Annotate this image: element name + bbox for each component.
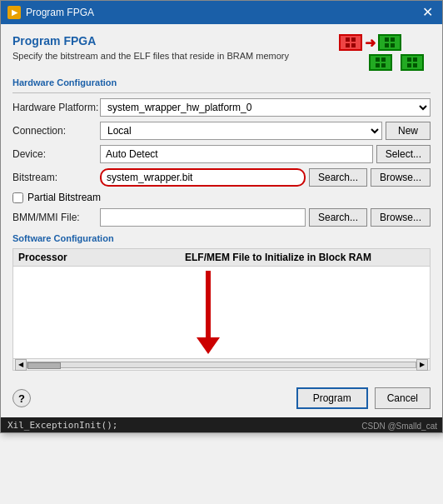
program-button[interactable]: Program [296,387,368,409]
help-button[interactable]: ? [12,389,31,407]
bmm-controls: Search... Browse... [100,208,431,227]
program-fpga-window: ▶ Program FPGA ✕ Program FPGA Specify th… [0,0,443,433]
connection-select[interactable]: Local [100,122,382,140]
table-col2-header: ELF/MEM File to Initialize in Block RAM [185,252,425,263]
header-text: Program FPGA Specify the bitstream and t… [12,34,289,69]
fpga-arrow-group: ➜ [339,34,401,51]
bmm-search-button[interactable]: Search... [309,208,367,227]
bitstream-controls: Search... Browse... [100,168,431,187]
page-title: Program FPGA [12,34,289,47]
hardware-section-label: Hardware Configuration [12,77,431,87]
arrow-head [197,337,220,354]
device-controls: Select... [100,145,431,163]
arrow-overlay [197,271,220,354]
header-row: Program FPGA Specify the bitstream and t… [12,34,431,71]
device-label: Device: [12,148,100,160]
header-icons: ➜ [339,34,424,71]
connection-controls: Local New [100,122,431,140]
partial-bitstream-row: Partial Bitstream [12,192,431,203]
hardware-platform-label: Hardware Platform: [12,102,100,113]
window-title: Program FPGA [26,7,94,18]
partial-bitstream-checkbox[interactable] [12,192,23,203]
scrollbar-track[interactable] [27,362,416,368]
connection-label: Connection: [12,125,100,137]
footer: ? Program Cancel [1,381,442,417]
browse-button[interactable]: Browse... [371,168,431,187]
device-row: Device: Select... [12,145,431,163]
bitstream-row: Bitstream: Search... Browse... [12,168,431,187]
cancel-button[interactable]: Cancel [375,387,431,409]
bmm-row: BMM/MMI File: Search... Browse... [12,208,431,227]
select-button[interactable]: Select... [376,145,431,163]
fpga-block-green-3 [401,54,424,71]
bmm-label: BMM/MMI File: [12,212,100,223]
page-description: Specify the bitstream and the ELF files … [12,51,289,61]
content-area: Program FPGA Specify the bitstream and t… [1,24,442,381]
watermark: CSDN @Smalld_cat [361,422,437,431]
software-section-label: Software Configuration [12,233,431,243]
connection-row: Connection: Local New [12,122,431,140]
fpga-icon-row-1: ➜ [339,34,424,51]
bmm-input[interactable] [100,208,306,227]
table-col1-header: Processor [18,252,185,263]
arrow-right-icon: ➜ [365,35,376,51]
software-table: Processor ELF/MEM File to Initialize in … [12,248,431,371]
app-icon: ▶ [7,6,21,19]
bitstream-label: Bitstream: [12,172,100,183]
scroll-left-button[interactable]: ◀ [15,359,27,371]
scrollbar-area: ◀ ▶ [13,358,430,370]
fpga-block-green-2 [369,54,392,71]
new-button[interactable]: New [386,122,431,140]
hardware-platform-select-wrapper[interactable]: system_wrapper_hw_platform_0 [100,98,431,117]
device-input[interactable] [100,145,373,163]
title-bar-left: ▶ Program FPGA [7,6,94,19]
fpga-icon-row-2 [369,54,424,71]
scrollbar-thumb[interactable] [27,362,61,369]
fpga-block-green-1 [378,34,401,51]
close-button[interactable]: ✕ [419,6,436,19]
connection-select-wrapper[interactable]: Local [100,122,382,140]
footer-buttons: Program Cancel [296,387,431,409]
hardware-divider [12,92,431,93]
table-header: Processor ELF/MEM File to Initialize in … [13,249,430,267]
bmm-browse-button[interactable]: Browse... [371,208,431,227]
code-text: Xil_ExceptionInit(); [7,420,117,431]
scroll-right-button[interactable]: ▶ [416,359,428,371]
hardware-platform-select[interactable]: system_wrapper_hw_platform_0 [100,98,431,117]
table-body [13,267,430,358]
hardware-platform-row: Hardware Platform: system_wrapper_hw_pla… [12,98,431,117]
search-button[interactable]: Search... [309,168,367,187]
title-bar: ▶ Program FPGA ✕ [1,1,442,24]
big-arrow-icon [197,271,220,354]
bitstream-input[interactable] [100,168,306,187]
hardware-platform-controls: system_wrapper_hw_platform_0 [100,98,431,117]
arrow-shaft [206,271,211,337]
partial-bitstream-label: Partial Bitstream [27,192,101,203]
fpga-block-red-1 [339,34,362,51]
